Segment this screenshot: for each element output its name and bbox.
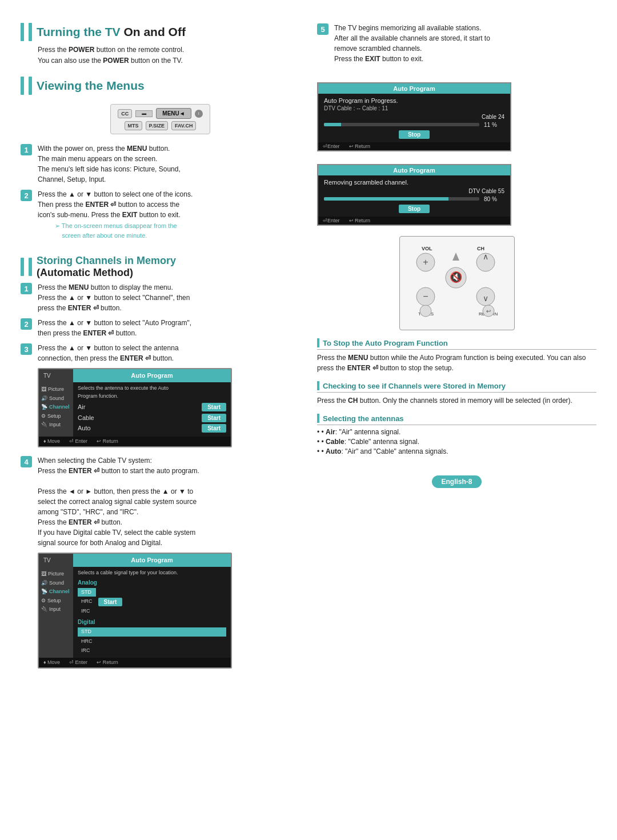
svg-text:∧: ∧ (483, 252, 488, 261)
progress-bar1 (324, 123, 479, 126)
to-stop-content: Press the MENU button while the Auto Pro… (317, 353, 596, 373)
storing-title: Storing Channels in Memory(Automatic Met… (37, 255, 176, 279)
to-stop-section: To Stop the Auto Program Function Press … (317, 338, 596, 373)
analog-hrc[interactable]: HRC (78, 597, 96, 606)
tv-channel-item2: 📡Channel (41, 588, 71, 596)
auto-prog-screen2: Auto Program Removing scrambled channel.… (317, 162, 596, 228)
antenna-air: • Air: "Air" antenna signal. (317, 428, 596, 436)
tv-screen-cable: TV Auto Program 🖼Picture 🔊Sound 📡Channel… (38, 553, 232, 669)
cable-start-btn[interactable]: Start (202, 414, 226, 422)
turning-on-off-section: Turning the TV On and Off Press the POWE… (21, 23, 300, 66)
storing-step2-content: Press the ▲ or ▼ button to select "Auto … (38, 318, 300, 338)
svg-text:CH: CH (477, 246, 484, 251)
svg-text:∨: ∨ (483, 294, 488, 303)
svg-marker-15 (452, 253, 459, 261)
step2-content: Press the ▲ or ▼ button to select one of… (38, 189, 300, 240)
storing-step3-content: Press the ▲ or ▼ button to select the an… (38, 343, 300, 451)
storing-step1: 1 Press the MENU button to display the m… (21, 282, 300, 313)
cc-btn[interactable]: CC (118, 109, 132, 118)
turning-title-row: Turning the TV On and Off (21, 23, 300, 41)
viewing-step2: 2 Press the ▲ or ▼ button to select one … (21, 189, 300, 240)
viewing-bar1 (21, 77, 24, 95)
storing-step-num-2: 2 (21, 318, 32, 330)
storing-step4: 4 When selecting the Cable TV system: Pr… (21, 455, 300, 672)
tv-footer1: ♦ Move ⏎ Enter ↩ Return (39, 437, 231, 447)
auto-prog1-line2: DTV Cable : -- Cable : 11 (324, 105, 504, 111)
favch-btn[interactable]: FAV.CH (171, 121, 197, 130)
step-num-2: 2 (21, 190, 32, 201)
mts-btn[interactable]: MTS (125, 121, 142, 130)
step-num-1: 1 (21, 144, 32, 155)
checking-content: Press the CH button. Only the channels s… (317, 395, 596, 406)
turning-title-bar2 (29, 23, 32, 41)
auto-prog2-dtv-label: DTV Cable 55 (468, 188, 504, 194)
right-step5: 5 The TV begins memorizing all available… (317, 23, 596, 67)
selecting-title-row: Selecting the antennas (317, 414, 596, 425)
progress-fill2 (324, 197, 448, 201)
step1-content: With the power on, press the MENU button… (38, 143, 300, 185)
checking-bar (317, 381, 319, 390)
digital-std[interactable]: STD (78, 627, 226, 637)
auto-prog1-footer: ⏎Enter ↩ Return (318, 142, 510, 150)
air-start-btn[interactable]: Start (202, 403, 226, 411)
auto-prog2-header: Auto Program (318, 165, 510, 175)
auto-prog1-cable-label: Cable 24 (482, 114, 504, 120)
storing-channels-section: Storing Channels in Memory(Automatic Met… (21, 255, 300, 677)
tv-left-menu: 🖼Picture 🔊Sound 📡Channel ⚙Setup 🔌Input (39, 382, 73, 437)
to-stop-bar (317, 338, 319, 347)
antenna-auto: • Auto: "Air" and "Cable" antenna signal… (317, 447, 596, 455)
progress-bar2 (324, 197, 479, 201)
tv-right-content: Selects the antenna to execute the AutoP… (73, 382, 231, 437)
viewing-title: Viewing the Menus (37, 79, 145, 93)
tv-screen-auto-program: TV Auto Program 🖼Picture 🔊Sound 📡Channel… (38, 368, 232, 447)
stop-btn2[interactable]: Stop (399, 205, 430, 213)
digital-hrc[interactable]: HRC (78, 637, 226, 646)
tv-col-tv2: TV (39, 554, 73, 567)
storing-step-num-1: 1 (21, 283, 32, 294)
tv-channel-item: 📡Channel (41, 403, 71, 411)
antenna-bullet-list: • Air: "Air" antenna signal. • Cable: "C… (317, 428, 596, 455)
svg-text:+: + (423, 257, 428, 267)
stop-btn1[interactable]: Stop (399, 130, 430, 139)
menu-btn[interactable]: MENU◄ (156, 108, 191, 119)
svg-point-14 (420, 305, 431, 317)
tv-footer2: ♦ Move ⏎ Enter ↩ Return (39, 658, 231, 668)
menu-remote-widget: CC ▬ MENU◄ i MTS P.SIZE FAV.CH (110, 104, 210, 134)
auto-prog1-percent: 11 % (484, 122, 504, 128)
info-btn[interactable]: i (195, 110, 203, 118)
viewing-note: ➢ The on-screen menus disappear from the… (55, 221, 300, 240)
analog-irc[interactable]: IRC (78, 607, 96, 616)
turning-desc: Press the POWER button on the remote con… (38, 45, 300, 66)
tv-left-menu2: 🖼Picture 🔊Sound 📡Channel ⚙Setup 🔌Input (39, 567, 73, 658)
svg-text:🔇: 🔇 (450, 271, 463, 283)
auto-prog1-header: Auto Program (318, 83, 510, 94)
digital-irc[interactable]: IRC (78, 646, 226, 655)
storing-step3: 3 Press the ▲ or ▼ button to select the … (21, 343, 300, 451)
to-stop-title: To Stop the Auto Program Function (323, 339, 448, 347)
storing-step-num-4: 4 (21, 456, 32, 467)
viewing-bar2 (29, 77, 32, 95)
auto-prog1-line1: Auto Program in Progress. (324, 97, 504, 104)
step5-content: The TV begins memorizing all available s… (334, 23, 596, 64)
tv-col-tv: TV (39, 369, 73, 382)
remote-control-illustration: VOL CH MUTE + − ∧ ∨ (317, 236, 596, 330)
turning-title: Turning the TV On and Off (37, 25, 186, 39)
selecting-bar (317, 414, 319, 423)
auto-prog2-footer: ⏎Enter ↩ Return (318, 217, 510, 225)
analog-std[interactable]: STD (78, 588, 96, 597)
svg-text:↩: ↩ (486, 308, 491, 314)
checking-section: Checking to see if Channels were Stored … (317, 381, 596, 406)
right-step-num-5: 5 (317, 23, 328, 35)
psize-btn[interactable]: P.SIZE (146, 121, 168, 130)
remote-widget: VOL CH MUTE + − ∧ ∨ (399, 236, 515, 330)
auto-start-btn[interactable]: Start (202, 424, 226, 433)
svg-text:−: − (423, 291, 428, 301)
storing-bar2 (29, 258, 32, 276)
analog-start-btn[interactable]: Start (98, 598, 123, 606)
tv-right-content2: Selects a cable signal type for your loc… (73, 567, 231, 658)
auto-prog-screen1: Auto Program Auto Program in Progress. D… (317, 80, 596, 154)
checking-title-row: Checking to see if Channels were Stored … (317, 381, 596, 393)
auto-prog2-line1: Removing scrambled channel. (324, 179, 504, 186)
turning-title-bar (21, 23, 24, 41)
storing-step-num-3: 3 (21, 343, 32, 355)
